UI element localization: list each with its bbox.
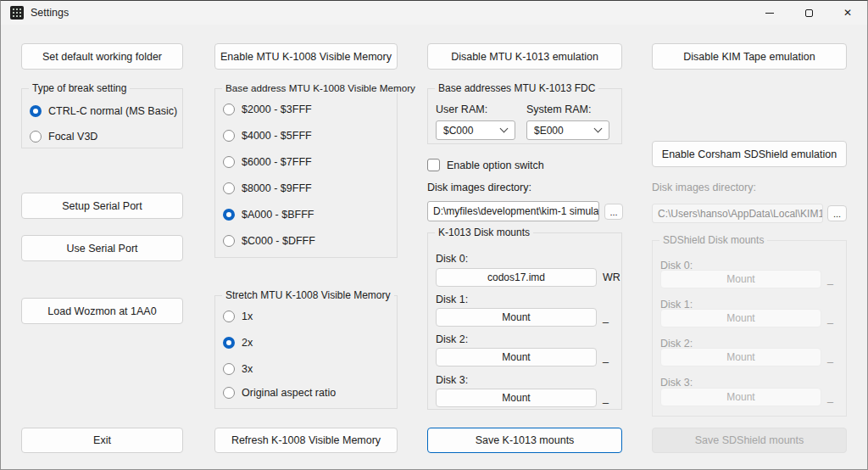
radio-stretch-3x[interactable]: 3x <box>223 363 253 375</box>
sdshield-disk-mounts-group-title: SDShield Disk mounts <box>659 234 767 246</box>
radio-icon <box>223 363 235 375</box>
radio-label: $8000 - $9FFF <box>242 182 312 194</box>
disk-images-dir-label: Disk images directory: <box>427 182 531 193</box>
radio-label: $C000 - $DFFF <box>242 235 315 247</box>
maximize-icon <box>805 9 813 17</box>
radio-base-2000[interactable]: $2000 - $3FFF <box>223 104 312 115</box>
sd-disk3-label: Disk 3: <box>660 377 693 389</box>
radio-label: $2000 - $3FFF <box>242 104 312 115</box>
minimize-button[interactable] <box>750 1 789 25</box>
enable-option-switch-checkbox[interactable]: Enable option switch <box>427 159 544 171</box>
sd-disk2-mount-button: Mount <box>660 348 821 366</box>
radio-stretch-2x[interactable]: 2x <box>223 337 253 349</box>
radio-label: CTRL-C normal (MS Basic) <box>48 105 177 117</box>
disk2-mount-button[interactable]: Mount <box>436 348 597 366</box>
sd-disk0-mount-button: Mount <box>660 270 821 288</box>
radio-base-6000[interactable]: $6000 - $7FFF <box>223 156 312 168</box>
disable-kim-tape-button[interactable]: Disable KIM Tape emulation <box>652 43 847 70</box>
browse-dir-button[interactable]: ... <box>604 204 623 220</box>
radio-label: $A000 - $BFFF <box>242 209 314 221</box>
checkbox-icon <box>427 159 440 171</box>
sd-disk0-status: _ <box>827 273 833 285</box>
radio-stretch-original[interactable]: Original aspect ratio <box>223 387 336 399</box>
save-sdshield-mounts-button: Save SDShield mounts <box>652 428 847 453</box>
radio-icon <box>223 104 235 115</box>
disk1-label: Disk 1: <box>436 294 468 305</box>
disk1-mount-button[interactable]: Mount <box>436 308 597 327</box>
radio-base-c000[interactable]: $C000 - $DFFF <box>223 235 315 247</box>
sd-disk3-mount-button: Mount <box>660 388 821 406</box>
radio-label: 2x <box>242 337 253 349</box>
use-serial-port-button[interactable]: Use Serial Port <box>21 235 183 261</box>
disk3-label: Disk 3: <box>436 374 468 386</box>
radio-label: Original aspect ratio <box>242 387 336 399</box>
radio-focal-v3d[interactable]: Focal V3D <box>30 131 97 143</box>
close-button[interactable]: ✕ <box>828 1 867 25</box>
disk3-status: _ <box>603 392 609 404</box>
radio-icon <box>223 337 235 349</box>
base-address-k1008-group-title: Base address MTU K-1008 Visible Memory <box>222 82 419 93</box>
break-setting-group-title: Type of break setting <box>29 82 130 94</box>
radio-label: 1x <box>242 311 253 322</box>
disk2-label: Disk 2: <box>436 333 468 345</box>
exit-button[interactable]: Exit <box>21 428 183 453</box>
enable-sdshield-button[interactable]: Enable Corsham SDShield emulation <box>652 141 847 167</box>
settings-window: Settings ✕ Set default working folder Ty… <box>0 0 868 470</box>
save-k1013-mounts-button[interactable]: Save K-1013 mounts <box>427 428 622 453</box>
disk0-label: Disk 0: <box>436 253 468 265</box>
minimize-icon <box>765 13 774 14</box>
stretch-k1008-group-title: Stretch MTU K-1008 Visible Memory <box>222 289 394 301</box>
k1013-fdc-group-title: Base addresses MTU K-1013 FDC <box>435 82 598 94</box>
radio-stretch-1x[interactable]: 1x <box>223 311 253 322</box>
load-wozmon-button[interactable]: Load Wozmon at 1AA0 <box>21 298 183 324</box>
system-ram-select[interactable]: $E000 <box>526 120 609 140</box>
radio-icon <box>223 209 235 221</box>
radio-icon <box>223 235 235 247</box>
sd-disk-images-dir-input: C:\Users\hanso\AppData\Local\KIM1SIM <box>652 204 823 223</box>
dialog-body: Set default working folder Type of break… <box>1 25 867 469</box>
sd-disk1-status: _ <box>827 312 833 324</box>
radio-label: $4000 - $5FFF <box>242 130 312 142</box>
sd-browse-dir-button[interactable]: ... <box>827 205 847 221</box>
disable-k1013-button[interactable]: Disable MTU K-1013 emulation <box>427 43 622 70</box>
maximize-button[interactable] <box>789 1 828 25</box>
radio-icon <box>223 387 235 399</box>
radio-base-8000[interactable]: $8000 - $9FFF <box>223 182 312 194</box>
radio-base-4000[interactable]: $4000 - $5FFF <box>223 130 312 142</box>
k1013-disk-mounts-group-title: K-1013 Disk mounts <box>435 227 533 238</box>
sd-disk2-status: _ <box>827 351 833 363</box>
radio-base-a000[interactable]: $A000 - $BFFF <box>223 209 314 221</box>
chevron-down-icon <box>594 125 603 133</box>
chevron-down-icon <box>500 125 509 133</box>
disk2-status: _ <box>603 351 609 363</box>
user-ram-select[interactable]: $C000 <box>436 120 515 140</box>
enable-k1008-button[interactable]: Enable MTU K-1008 Visible Memory <box>214 43 398 70</box>
radio-icon <box>223 311 235 322</box>
radio-icon <box>223 182 235 194</box>
system-ram-label: System RAM: <box>526 104 591 115</box>
disk0-mount-button[interactable]: codos17.imd <box>436 268 597 287</box>
sd-disk-images-dir-label: Disk images directory: <box>652 182 756 193</box>
sd-disk3-status: _ <box>827 391 833 403</box>
app-icon <box>10 6 24 20</box>
checkbox-label: Enable option switch <box>447 159 544 171</box>
sd-disk1-mount-button: Mount <box>660 309 821 327</box>
refresh-k1008-button[interactable]: Refresh K-1008 Visible Memory <box>214 428 398 453</box>
disk-images-dir-input[interactable]: D:\myfiles\development\kim-1 simulato <box>427 201 599 221</box>
set-default-working-folder-button[interactable]: Set default working folder <box>21 43 183 70</box>
radio-label: $6000 - $7FFF <box>242 156 312 168</box>
user-ram-value: $C000 <box>443 125 473 137</box>
close-icon: ✕ <box>843 8 852 18</box>
window-controls: ✕ <box>750 1 867 25</box>
title-bar[interactable]: Settings ✕ <box>1 1 867 25</box>
system-ram-value: $E000 <box>534 125 564 137</box>
radio-label: 3x <box>242 363 253 375</box>
radio-ctrlc-normal[interactable]: CTRL-C normal (MS Basic) <box>30 105 177 117</box>
radio-icon <box>223 130 235 142</box>
disk0-status: WR <box>603 271 620 283</box>
radio-icon <box>30 105 42 117</box>
window-title: Settings <box>31 7 69 19</box>
user-ram-label: User RAM: <box>436 104 487 115</box>
disk3-mount-button[interactable]: Mount <box>436 389 597 407</box>
setup-serial-port-button[interactable]: Setup Serial Port <box>21 193 183 219</box>
